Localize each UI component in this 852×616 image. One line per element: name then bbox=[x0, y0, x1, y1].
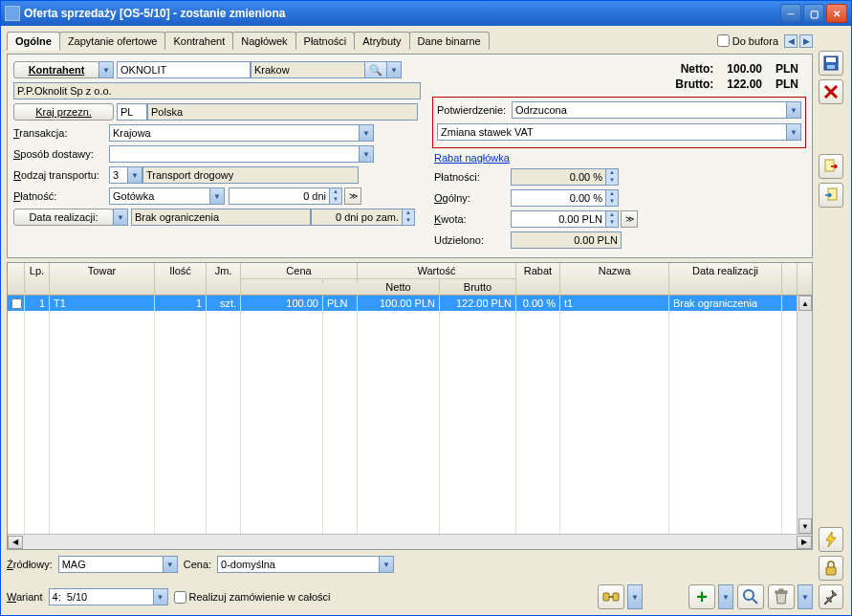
app-icon bbox=[5, 6, 20, 21]
col-jm[interactable]: Jm. bbox=[207, 263, 241, 295]
transakcja-dd[interactable]: ▼ bbox=[359, 124, 374, 142]
rabat-naglowka-link[interactable]: Rabat nagłówka bbox=[434, 152, 510, 164]
disc-kwota-spin[interactable]: ▲▼ bbox=[605, 210, 619, 228]
add-item-dd[interactable]: ▼ bbox=[718, 584, 733, 609]
kontrahent-dropdown[interactable]: ▼ bbox=[98, 61, 114, 78]
zrodlowy-dd[interactable]: ▼ bbox=[163, 556, 178, 573]
platnosc-select[interactable] bbox=[109, 187, 210, 205]
tab-atrybuty[interactable]: Atrybuty bbox=[354, 32, 409, 50]
col-cena[interactable]: Cena bbox=[241, 263, 358, 279]
lock-button[interactable] bbox=[819, 556, 843, 581]
platnosc-more-button[interactable]: ≫ bbox=[344, 187, 361, 205]
disc-kwota-more[interactable]: ≫ bbox=[621, 210, 638, 228]
kontrahent-fullname bbox=[13, 82, 421, 99]
link-items-button[interactable] bbox=[598, 584, 624, 609]
kontrahent-search-dropdown[interactable]: ▼ bbox=[386, 61, 402, 78]
disc-platnosci-label: Płatności: bbox=[434, 171, 511, 183]
disc-kwota-input[interactable] bbox=[511, 210, 606, 228]
view-item-button[interactable] bbox=[737, 584, 764, 609]
kraj-button[interactable]: Kraj przezn. bbox=[13, 103, 114, 121]
zrodlowy-label: Źródłowy: bbox=[7, 559, 53, 570]
nav-prev-button[interactable]: ◀ bbox=[784, 34, 797, 48]
link-items-dd[interactable]: ▼ bbox=[627, 584, 643, 609]
add-item-button[interactable]: + bbox=[688, 584, 715, 609]
dostawa-select[interactable] bbox=[109, 145, 360, 163]
potwierdzenie-select[interactable] bbox=[512, 101, 787, 119]
kontrahent-button[interactable]: Kontrahent bbox=[13, 61, 99, 78]
realizuj-input[interactable] bbox=[174, 591, 186, 604]
scroll-right-button[interactable]: ▶ bbox=[797, 536, 812, 549]
maximize-button[interactable]: ▢ bbox=[803, 4, 824, 23]
platnosc-dni-spinner[interactable]: ▲▼ bbox=[329, 187, 342, 205]
do-bufora-checkbox[interactable]: Do bufora bbox=[717, 34, 778, 47]
close-button[interactable]: ✕ bbox=[826, 4, 847, 23]
tab-kontrahent[interactable]: Kontrahent bbox=[164, 32, 233, 50]
kraj-code-input[interactable] bbox=[117, 103, 147, 121]
tab-naglowek[interactable]: Nagłówek bbox=[232, 32, 295, 50]
delete-item-button[interactable] bbox=[768, 584, 795, 609]
platnosc-dni-input[interactable] bbox=[229, 187, 330, 205]
col-check bbox=[8, 263, 25, 295]
lightning-button[interactable] bbox=[819, 527, 843, 552]
scroll-up-button[interactable]: ▲ bbox=[798, 296, 812, 311]
zrodlowy-select[interactable] bbox=[58, 556, 164, 573]
transport-code-input[interactable] bbox=[109, 166, 128, 184]
minimize-button[interactable]: ─ bbox=[780, 4, 801, 23]
col-towar[interactable]: Towar bbox=[50, 263, 155, 295]
lightning-icon bbox=[822, 531, 840, 548]
realizuj-label: Realizuj zamówienie w całości bbox=[189, 591, 331, 603]
totals: Netto:100.00PLN Brutto:122.00PLN bbox=[432, 60, 806, 93]
transakcja-label: Transakcja: bbox=[13, 127, 109, 139]
wariant-dd[interactable]: ▼ bbox=[153, 588, 168, 605]
nav-next-button[interactable]: ▶ bbox=[799, 34, 813, 48]
horizontal-scrollbar[interactable]: ◀ ▶ bbox=[8, 534, 812, 549]
col-ilosc[interactable]: Ilość bbox=[155, 263, 207, 295]
disc-ogolny-input[interactable] bbox=[511, 189, 606, 207]
document-in-button[interactable] bbox=[819, 183, 843, 208]
delete-item-dd[interactable]: ▼ bbox=[797, 584, 813, 609]
data-realizacji-button[interactable]: Data realizacji: bbox=[13, 209, 114, 226]
col-nazwa[interactable]: Nazwa bbox=[560, 263, 669, 295]
col-netto[interactable]: Netto bbox=[358, 279, 440, 295]
transport-dd[interactable]: ▼ bbox=[127, 166, 142, 184]
platnosc-dd[interactable]: ▼ bbox=[209, 187, 225, 205]
tab-platnosci[interactable]: Płatności bbox=[295, 32, 356, 50]
document-out-button[interactable] bbox=[819, 154, 843, 179]
kontrahent-search-button[interactable]: 🔍 bbox=[364, 61, 387, 78]
cena-select[interactable] bbox=[217, 556, 380, 573]
col-rabat[interactable]: Rabat bbox=[516, 263, 560, 295]
tab-dane-binarne[interactable]: Dane binarne bbox=[409, 32, 490, 50]
save-button[interactable] bbox=[819, 51, 843, 76]
pin-button[interactable] bbox=[819, 584, 843, 609]
scroll-left-button[interactable]: ◀ bbox=[8, 536, 23, 549]
platnosc-label: Płatność: bbox=[13, 190, 109, 202]
col-wartosc[interactable]: Wartość bbox=[358, 263, 516, 279]
col-data[interactable]: Data realizacji bbox=[669, 263, 782, 295]
vat-dd[interactable]: ▼ bbox=[786, 123, 801, 141]
wariant-label: Wariant bbox=[7, 591, 43, 603]
col-lp[interactable]: Lp. bbox=[25, 263, 50, 295]
doc-out-icon bbox=[822, 158, 840, 175]
data-real-dd[interactable]: ▼ bbox=[113, 209, 128, 226]
vertical-scrollbar[interactable]: ▲ ▼ bbox=[797, 296, 812, 534]
svg-rect-8 bbox=[826, 57, 836, 62]
data-real-spinner[interactable]: ▲▼ bbox=[402, 209, 415, 226]
dostawa-dd[interactable]: ▼ bbox=[359, 145, 374, 163]
transakcja-select[interactable] bbox=[109, 124, 360, 142]
scroll-down-button[interactable]: ▼ bbox=[798, 518, 812, 534]
wariant-select[interactable] bbox=[49, 588, 154, 605]
tab-ogolne[interactable]: Ogólne bbox=[7, 32, 60, 51]
potw-dd[interactable]: ▼ bbox=[786, 101, 801, 119]
disc-platnosci-spin[interactable]: ▲▼ bbox=[605, 168, 619, 186]
col-cena-val bbox=[241, 279, 323, 283]
do-bufora-input[interactable] bbox=[717, 34, 730, 47]
cancel-button[interactable] bbox=[819, 79, 843, 104]
tab-zapytanie[interactable]: Zapytanie ofertowe bbox=[59, 32, 166, 50]
col-brutto[interactable]: Brutto bbox=[440, 279, 516, 295]
cena-label: Cena: bbox=[184, 559, 211, 570]
kontrahent-code-input[interactable] bbox=[117, 61, 251, 78]
vat-select[interactable] bbox=[437, 123, 787, 141]
cena-dd[interactable]: ▼ bbox=[379, 556, 394, 573]
realizuj-checkbox[interactable]: Realizuj zamówienie w całości bbox=[174, 591, 331, 604]
disc-ogolny-spin[interactable]: ▲▼ bbox=[605, 189, 619, 207]
